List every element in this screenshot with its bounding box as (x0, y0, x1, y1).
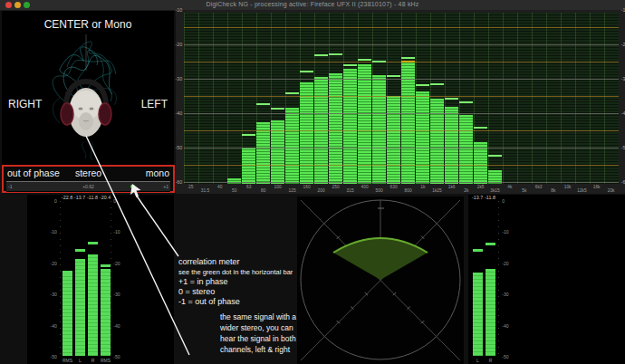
annotation-line: +1 = in phase (178, 277, 293, 287)
spectrum-band (285, 108, 299, 184)
meter-scale-label: -30 (113, 292, 126, 297)
meter-channel-label: RMS (101, 358, 111, 363)
spectrum-frequency-label: 40 (217, 185, 222, 189)
spectrum-frequency-label: 80 (261, 188, 265, 193)
spectrum-band (488, 170, 502, 184)
spectrum-frequency-label: 25 (188, 185, 193, 189)
correlation-labels: out of phase stereo mono (4, 168, 173, 178)
spectrum-db-label: -30 (621, 76, 625, 81)
meter-readout: -11.8 (482, 195, 498, 199)
left-channel-label: LEFT (141, 98, 168, 110)
meter-scale-label: -10 (44, 230, 57, 235)
meter-bar (486, 269, 495, 356)
annotation-line: wider stereo, you can (220, 322, 296, 333)
meter-tick-column (111, 201, 111, 356)
spectrum-peak-hold (488, 155, 502, 157)
spectrum-frequency-label: 10k (564, 185, 572, 189)
spectrum-peak-hold (358, 59, 371, 61)
spectrum-frequency-label: 315 (347, 188, 354, 193)
spectrum-frequency-label: 8k (551, 188, 555, 193)
meter-channel-label: L (75, 358, 85, 363)
level-meters-left-panel: -22.8RMS-13.7L-11.8R-20.4RMS00-10-10-20-… (27, 195, 174, 364)
spectrum-db-label: -60 (621, 179, 625, 184)
meter-scale-label: -30 (44, 292, 57, 297)
spectrum-band (358, 64, 371, 184)
spectrum-band (271, 120, 284, 184)
spectrum-db-label: -60 (171, 179, 183, 184)
goniometer-panel (297, 196, 464, 364)
meter-peak-hold (486, 243, 495, 245)
spectrum-peak-hold (242, 134, 255, 136)
spectrum-frequency-label: 4k (507, 185, 512, 189)
meter-scale-label: -30 (502, 292, 514, 297)
spectrum-peak-hold (372, 61, 386, 62)
spectrum-peak-hold (271, 108, 284, 110)
digicheck-window: DigiCheck NG - processing active: Firefa… (0, 0, 625, 364)
spectrum-frequency-label: 6k3 (535, 185, 543, 189)
spectrum-band (372, 75, 386, 184)
annotation-line: the same signal with a (220, 311, 296, 322)
spectrum-band (387, 96, 400, 184)
annotation-line: see the green dot in the horizontal bar (178, 267, 293, 277)
spectrum-frequency-label: 800 (405, 188, 412, 193)
spectrum-db-label: -20 (621, 42, 625, 46)
spectrum-frequency-label: 50 (232, 188, 236, 193)
meter-scale-label: -10 (113, 230, 126, 235)
spectrum-plot (184, 13, 619, 184)
meter-scale-label: -10 (502, 230, 514, 235)
spectrum-frequency-label: 100 (274, 185, 282, 189)
spectrum-db-label: -40 (621, 110, 625, 115)
meter-channel-label: R (486, 358, 495, 363)
spectrum-frequency-label: 2k5 (477, 185, 485, 189)
annotation-stereo-note: the same signal with a wider stereo, you… (220, 311, 296, 355)
meter-tick-column (498, 201, 499, 356)
spectrum-band (227, 178, 241, 184)
stereo-image-panel: CENTER or Mono RIGHT LEFT (2, 11, 174, 165)
window-title: DigiCheck NG - processing active: Firefa… (0, 1, 625, 7)
spectrum-band-amber-cap (401, 61, 415, 62)
meter-channel-label: R (88, 358, 98, 363)
spectrum-band (430, 99, 444, 184)
spectrum-band (300, 82, 313, 184)
meter-peak-hold (75, 249, 85, 252)
spectrum-frequency-label: 500 (376, 188, 383, 193)
spectrum-peak-hold (300, 71, 313, 72)
spectrum-frequency-label: 125 (289, 188, 296, 193)
spectrum-band (459, 115, 473, 184)
meter-peak-hold (88, 242, 98, 244)
spectrum-analyzer-panel: 2531.54050638010012516020025031540050063… (176, 10, 625, 194)
spectrum-frequency-label: 630 (390, 185, 398, 189)
spectrum-frequency-label: 1k25 (432, 188, 441, 193)
spectrum-db-label: -50 (621, 145, 625, 149)
spectrum-peak-hold (329, 53, 342, 55)
spectrum-band (329, 73, 342, 184)
goniometer-display (297, 196, 464, 364)
spectrum-db-label: -20 (171, 42, 183, 46)
meter-bar (88, 254, 98, 356)
annotation-line: 0 = stereo (178, 287, 293, 297)
meter-peak-hold (101, 264, 111, 267)
spectrum-db-label: -40 (171, 110, 183, 115)
spectrum-frequency-label: 400 (361, 185, 369, 189)
center-mono-label: CENTER or Mono (2, 18, 174, 31)
spectrum-peak-hold (314, 54, 328, 56)
spectrum-frequency-label: 2k (464, 188, 468, 193)
spectrum-frequency-label: 160 (303, 185, 311, 189)
spectrum-frequency-label: 12k5 (577, 188, 586, 193)
correlation-bar: -1 +0.62 +1 (6, 181, 170, 192)
spectrum-frequency-label: 200 (318, 188, 325, 193)
meter-scale-label: -20 (44, 261, 57, 265)
spectrum-frequency-label: 1k (420, 185, 425, 189)
spectrum-frequency-label: 1k6 (448, 185, 456, 189)
meter-bar (75, 259, 85, 356)
spectrum-peak-hold (445, 98, 458, 100)
spectrum-peak-hold (387, 75, 400, 77)
spectrum-frequency-label: 16k (593, 185, 601, 189)
meter-peak-hold (473, 249, 483, 252)
correlation-meter-panel: out of phase stereo mono -1 +0.62 +1 (2, 165, 175, 193)
annotation-line: correlation meter (178, 257, 293, 267)
meter-scale-label: -40 (502, 323, 514, 328)
spectrum-db-label: -10 (621, 7, 625, 12)
mono-label: mono (146, 168, 169, 178)
spectrum-db-label: -50 (171, 145, 183, 149)
